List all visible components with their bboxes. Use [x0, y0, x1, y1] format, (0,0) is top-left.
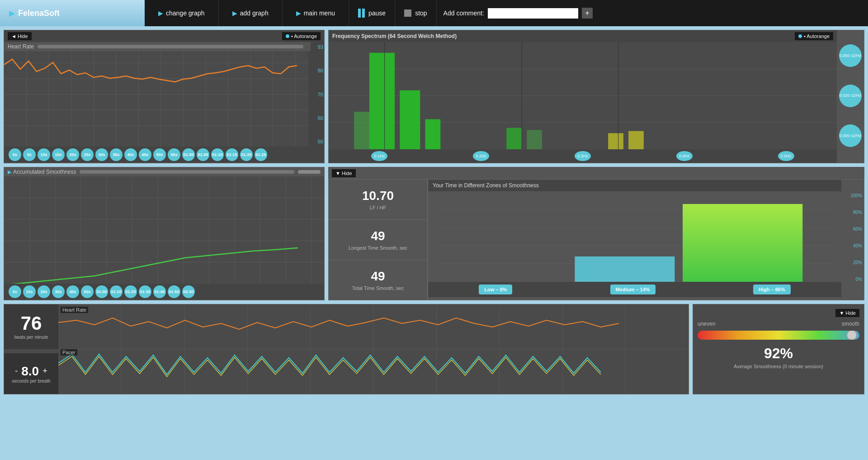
- freq-x-03: 0.3Hz: [575, 151, 591, 161]
- zones-hide-bar: ▼ Hide: [328, 167, 864, 179]
- low-badge: Low – 0%: [479, 285, 512, 294]
- sm-tick-10: 10s: [23, 285, 36, 298]
- freq-y-mid: 0.020 s2/Hz: [839, 85, 862, 107]
- sm-meter-hide-button[interactable]: ▼ Hide: [835, 309, 859, 317]
- hr-scrollbar[interactable]: [38, 45, 303, 48]
- smoothness-title-bar: ▶ Accumulated Smoothness: [4, 167, 324, 176]
- hr-tick-115: 01:15: [226, 148, 238, 161]
- smoothness-chart: [4, 176, 324, 284]
- comment-input[interactable]: [488, 8, 578, 19]
- logo-triangle: ▶: [9, 9, 14, 18]
- add-graph-arrow: ▶: [232, 9, 237, 17]
- hr-tick-50: 50s: [153, 148, 166, 161]
- change-graph-button[interactable]: ▶ change graph: [145, 0, 219, 26]
- autorange-dot: [286, 34, 289, 38]
- lf-hf-block: 10.70 LF / HF: [329, 180, 427, 220]
- freq-y-circles: 0.050 s2/Hz 0.020 s2/Hz 0.000 s2/Hz: [839, 42, 862, 149]
- svg-rect-26: [527, 130, 542, 149]
- hr-title-bar: Heart Rate: [4, 42, 311, 51]
- breath-controls: - 8.0 +: [15, 364, 47, 379]
- hr-tick-0: 0s: [9, 148, 21, 161]
- hr-tick-5: 5s: [23, 148, 36, 161]
- freq-chart-container: 0.050 s2/Hz 0.020 s2/Hz 0.000 s2/Hz: [329, 42, 837, 149]
- stop-button[interactable]: stop: [395, 0, 436, 26]
- hr-y-axis: 93 80 70 60 50: [308, 42, 324, 147]
- freq-x-01: 0.1Hz: [371, 151, 387, 161]
- lf-hf-value: 10.70: [362, 189, 394, 203]
- zones-y-40: 40%: [845, 243, 862, 248]
- sm-meter-header: ▼ Hide: [698, 309, 859, 317]
- freq-x-axis: 0.1Hz 0.2Hz 0.3Hz 0.4Hz 0.5Hz: [329, 149, 837, 163]
- heart-rate-panel: ◄ Hide • Autorange Heart Rate: [4, 30, 325, 163]
- smoothness-meter-panel: ▼ Hide uneven smooth 92% Average Smoothn…: [693, 304, 864, 394]
- zones-labels: Low – 0% Medium – 14% High – 86%: [428, 282, 841, 297]
- autorange-label: • Autorange: [291, 33, 317, 39]
- heart-rate-panel-header: ◄ Hide • Autorange: [4, 30, 324, 42]
- smoothness-handle[interactable]: [846, 331, 857, 340]
- high-badge: High – 86%: [753, 285, 791, 294]
- zones-y-0: 0%: [845, 277, 862, 282]
- smoothness-panel: ▶ Accumulated Smoothness: [4, 167, 325, 300]
- sm-tick-140: 01:40: [153, 285, 166, 298]
- comment-add-button[interactable]: +: [582, 8, 593, 19]
- hr-tick-120: 01:20: [240, 148, 253, 161]
- freq-autorange-button[interactable]: • Autorange: [795, 32, 833, 40]
- freq-autorange-label: • Autorange: [804, 33, 830, 39]
- sm-tick-0: 0s: [9, 285, 21, 298]
- heart-rate-hide-button[interactable]: ◄ Hide: [8, 32, 32, 40]
- smoothness-svg: [4, 176, 324, 284]
- longest-label: Longest Time Smooth, sec: [349, 245, 407, 251]
- pacer-wave-label: Pacer: [61, 349, 77, 356]
- pause-label: pause: [368, 9, 386, 17]
- breath-minus-button[interactable]: -: [15, 366, 18, 376]
- svg-rect-21: [369, 53, 395, 149]
- zones-chart-area: [435, 191, 835, 282]
- freq-x-02: 0.2Hz: [473, 151, 489, 161]
- pause-button[interactable]: pause: [349, 0, 395, 26]
- main-area: ◄ Hide • Autorange Heart Rate: [0, 26, 868, 460]
- main-menu-button[interactable]: ▶ main menu: [283, 0, 349, 26]
- hr-title: Heart Rate: [8, 43, 34, 50]
- sm-tick-130: 01:30: [139, 285, 151, 298]
- pause-icon: [358, 9, 365, 18]
- breath-value: 8.0: [21, 364, 39, 379]
- bpm-label: beats per minute: [14, 335, 48, 340]
- smoothness-header-bar: ▶ Accumulated Smoothness: [4, 167, 324, 176]
- smoothness-scrollbar2[interactable]: [298, 170, 321, 174]
- stats-zones-row: 10.70 LF / HF 49 Longest Time Smooth, se…: [328, 179, 864, 300]
- smoothness-scrollbar[interactable]: [80, 170, 294, 174]
- heart-rate-chart: Heart Rate: [4, 42, 324, 147]
- heart-rate-wave-label: Heart Rate: [61, 307, 88, 313]
- breath-section: - 8.0 + seconds per breath: [4, 353, 58, 394]
- zones-y-80: 80%: [845, 210, 862, 215]
- svg-rect-27: [608, 133, 623, 149]
- heart-rate-autorange-button[interactable]: • Autorange: [282, 32, 321, 40]
- freq-y-bot: 0.000 s2/Hz: [839, 124, 862, 147]
- freq-svg: [329, 42, 837, 149]
- breath-plus-button[interactable]: +: [42, 366, 47, 376]
- freq-autorange-dot: [798, 34, 802, 38]
- hr-y-50: 50: [309, 139, 323, 144]
- hr-tick-40: 40s: [124, 148, 137, 161]
- sm-tick-30: 30s: [52, 285, 65, 298]
- sm-tick-150: 01:50: [168, 285, 180, 298]
- zones-y-100: 100%: [845, 193, 862, 198]
- add-graph-label: add graph: [240, 9, 269, 17]
- smoothness-arrow: ▶: [8, 169, 11, 175]
- svg-rect-22: [400, 90, 420, 149]
- freq-x-05: 0.5Hz: [778, 151, 794, 161]
- sm-tick-40: 40s: [66, 285, 79, 298]
- hr-tick-100: 01:00: [182, 148, 195, 161]
- svg-rect-55: [683, 204, 802, 282]
- hr-tick-110: 01:10: [211, 148, 224, 161]
- svg-rect-23: [425, 119, 441, 149]
- app-name: FelenaSoft: [18, 9, 60, 18]
- hr-time-axis: 0s 5s 10s 15s 20s 25s 30s 35s 40s 45s 50…: [4, 147, 324, 163]
- zones-hide-button[interactable]: ▼ Hide: [332, 169, 356, 177]
- stop-icon: [404, 9, 411, 17]
- hr-tick-35: 35s: [110, 148, 123, 161]
- waveform-area: Heart Rate Pacer: [58, 304, 689, 394]
- add-graph-button[interactable]: ▶ add graph: [219, 0, 283, 26]
- bpm-section: 76 beats per minute: [4, 304, 58, 349]
- svg-rect-28: [628, 131, 644, 149]
